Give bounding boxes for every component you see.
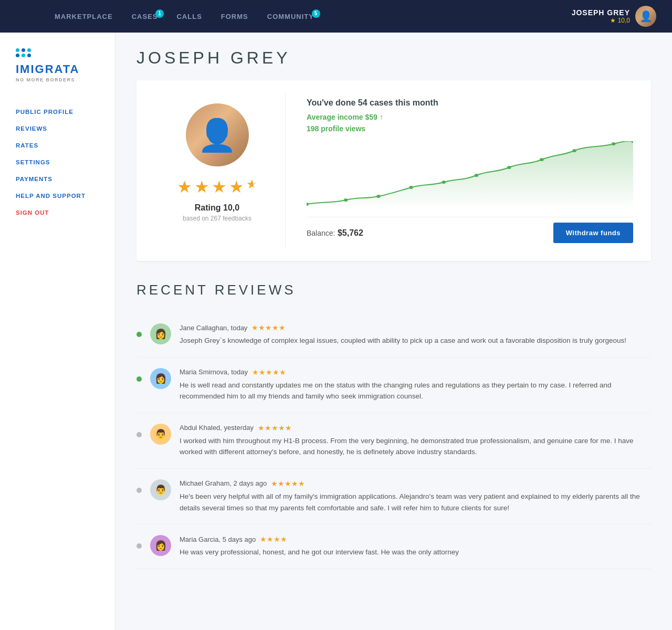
review-body: Maria Smirnova, today★★★★★He is well rea…	[180, 368, 651, 402]
profile-right-panel: You've done 54 cases this month Average …	[301, 93, 638, 248]
review-item: 👨Michael Graham, 2 days ago★★★★★He's bee…	[136, 469, 651, 524]
review-item: 👨Abdul Khaled, yesterday★★★★★I worked wi…	[136, 413, 651, 469]
reviewer-name: Jane Callaghan, today	[180, 324, 247, 332]
review-header: Maria Smirnova, today★★★★★	[180, 368, 651, 376]
review-text: He is well read and constantly updates m…	[180, 380, 651, 402]
profile-stars: ★ ★ ★ ★ ★★	[177, 177, 258, 197]
sidebar-item-reviews[interactable]: REVIEWS	[0, 120, 115, 137]
chart-svg	[307, 141, 633, 209]
withdraw-button[interactable]: Withdraw funds	[553, 223, 633, 243]
sidebar-item-settings[interactable]: SETTINGS	[0, 154, 115, 171]
review-header: Michael Graham, 2 days ago★★★★★	[180, 479, 651, 488]
reviewer-avatar: 👩	[150, 535, 171, 556]
svg-point-4	[442, 181, 446, 184]
offline-indicator	[136, 543, 142, 549]
user-rating: ★ 10,0	[572, 17, 630, 24]
profile-avatar: 👤	[186, 103, 249, 166]
avatar-image: 👤	[635, 6, 656, 27]
reviewer-avatar: 👨	[150, 479, 171, 500]
nav-item-calls[interactable]: CALLS	[169, 8, 209, 25]
review-header: Maria Garcia, 5 days ago★★★★	[180, 535, 651, 543]
avatar-face-icon: 👤	[197, 117, 237, 154]
nav-badge-community: 5	[312, 9, 320, 18]
profile-rating: Rating 10,0	[195, 203, 239, 213]
reviewer-name: Michael Graham, 2 days ago	[180, 479, 267, 487]
sidebar-item-rates[interactable]: RATES	[0, 137, 115, 154]
review-stars: ★★★★★	[252, 368, 286, 376]
page-title: JOSEPH GREY	[136, 48, 651, 68]
user-info: JOSEPH GREY ★ 10,0	[572, 8, 630, 24]
svg-point-7	[540, 158, 543, 161]
logo-text: IMIGRATA	[16, 62, 80, 76]
review-item: 👩Maria Garcia, 5 days ago★★★★He was very…	[136, 524, 651, 569]
nav-badge-cases: 1	[155, 9, 164, 18]
star-3: ★	[212, 177, 227, 197]
user-menu[interactable]: JOSEPH GREY ★ 10,0 👤	[572, 6, 656, 27]
offline-indicator	[136, 432, 142, 437]
nav-item-community[interactable]: COMMUNITY5	[260, 8, 321, 25]
header: MARKETPLACECASES1CALLSFORMSCOMMUNITY5 JO…	[0, 0, 672, 33]
logo-dot	[22, 48, 25, 52]
balance-label: Balance:	[307, 229, 335, 237]
online-indicator	[136, 332, 142, 337]
star-4: ★	[229, 177, 244, 197]
offline-indicator	[136, 488, 142, 493]
review-body: Jane Callaghan, today★★★★★Joseph Grey`s …	[180, 323, 651, 346]
main-content: JOSEPH GREY 👤 ★ ★ ★ ★ ★★ Rating 10,0 bas…	[116, 33, 672, 630]
avg-income-text: Average income $59 ↑	[307, 113, 383, 121]
review-text: I worked with him throughout my H1-B pro…	[180, 435, 651, 458]
reviewer-avatar: 👨	[150, 424, 171, 445]
review-body: Abdul Khaled, yesterday★★★★★I worked wit…	[180, 424, 651, 458]
reviewer-avatar: 👩	[150, 323, 171, 344]
logo: IMIGRATA NO MORE BORDERS	[0, 48, 115, 98]
review-body: Michael Graham, 2 days ago★★★★★He's been…	[180, 479, 651, 513]
profile-views: 198 profile views	[307, 124, 633, 133]
logo-dot	[16, 48, 19, 52]
logo-tagline: NO MORE BORDERS	[16, 77, 75, 82]
sidebar-item-help[interactable]: HELP AND SUPPORT	[0, 187, 115, 204]
balance-info: Balance: $5,762	[307, 228, 363, 238]
review-stars: ★★★★★	[271, 479, 305, 488]
sidebar-item-sign-out[interactable]: SIGN OUT	[0, 204, 115, 221]
review-list: 👩Jane Callaghan, today★★★★★Joseph Grey`s…	[136, 313, 651, 569]
review-body: Maria Garcia, 5 days ago★★★★He was very …	[180, 535, 651, 558]
profile-feedbacks: based on 267 feedbacks	[183, 215, 251, 222]
review-item: 👩Maria Smirnova, today★★★★★He is well re…	[136, 358, 651, 413]
nav-item-marketplace[interactable]: MARKETPLACE	[47, 8, 120, 25]
profile-card: 👤 ★ ★ ★ ★ ★★ Rating 10,0 based on 267 fe…	[136, 80, 651, 261]
main-nav: MARKETPLACECASES1CALLSFORMSCOMMUNITY5	[47, 8, 572, 25]
sidebar-item-public-profile[interactable]: PUBLIC PROFILE	[0, 103, 115, 120]
avg-income: Average income $59 ↑	[307, 113, 633, 121]
sidebar-item-payments[interactable]: PAYMENTS	[0, 171, 115, 187]
star-5-partial: ★★	[246, 177, 258, 197]
review-header: Jane Callaghan, today★★★★★	[180, 323, 651, 332]
nav-item-forms[interactable]: FORMS	[214, 8, 256, 25]
svg-point-6	[507, 166, 511, 169]
star-1: ★	[177, 177, 192, 197]
online-indicator	[136, 376, 142, 382]
svg-point-3	[409, 186, 413, 189]
logo-dot	[22, 54, 25, 57]
sidebar: IMIGRATA NO MORE BORDERS PUBLIC PROFILER…	[0, 33, 116, 630]
reviews-title: RECENT REVIEWS	[136, 282, 651, 298]
star-2: ★	[194, 177, 209, 197]
reviewer-name: Maria Smirnova, today	[180, 368, 248, 376]
balance-row: Balance: $5,762 Withdraw funds	[307, 217, 633, 243]
review-text: He's been very helpful with all of my fa…	[180, 491, 651, 513]
review-stars: ★★★★★	[258, 424, 292, 432]
cases-stat: You've done 54 cases this month	[307, 98, 633, 108]
svg-point-9	[612, 142, 615, 145]
svg-point-8	[572, 149, 576, 152]
logo-dot	[27, 54, 31, 57]
nav-item-cases[interactable]: CASES1	[124, 8, 165, 25]
profile-left-panel: 👤 ★ ★ ★ ★ ★★ Rating 10,0 based on 267 fe…	[149, 93, 286, 248]
logo-dots	[16, 48, 32, 57]
review-header: Abdul Khaled, yesterday★★★★★	[180, 424, 651, 432]
sidebar-menu: PUBLIC PROFILEREVIEWSRATESSETTINGSPAYMEN…	[0, 103, 115, 221]
review-item: 👩Jane Callaghan, today★★★★★Joseph Grey`s…	[136, 313, 651, 358]
review-stars: ★★★★	[260, 535, 287, 543]
reviewer-name: Abdul Khaled, yesterday	[180, 424, 254, 432]
header-avatar[interactable]: 👤	[635, 6, 656, 27]
reviewer-name: Maria Garcia, 5 days ago	[180, 536, 256, 543]
review-text: Joseph Grey`s knowledge of complex legal…	[180, 335, 651, 346]
